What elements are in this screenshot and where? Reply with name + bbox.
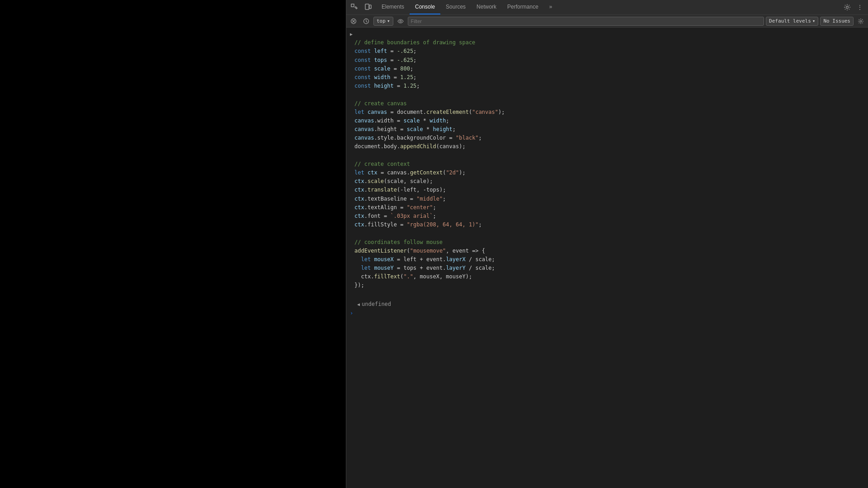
devtools-toolbar-right: ⋮ bbox=[842, 1, 868, 14]
tab-more[interactable]: » bbox=[544, 0, 558, 14]
console-prompt[interactable]: › bbox=[346, 309, 868, 317]
context-dropdown-icon: ▾ bbox=[387, 18, 390, 24]
device-toolbar-button[interactable] bbox=[362, 1, 374, 14]
console-code-block: // define boundaries of drawing space co… bbox=[346, 29, 868, 299]
inspect-element-button[interactable] bbox=[348, 1, 361, 14]
devtools-more-button[interactable]: ⋮ bbox=[854, 1, 866, 14]
eye-button[interactable] bbox=[395, 16, 406, 27]
expand-arrow[interactable] bbox=[350, 30, 353, 38]
devtools-control-icons bbox=[346, 1, 376, 14]
context-value: top bbox=[377, 18, 386, 24]
canvas-area bbox=[0, 0, 346, 488]
devtools-settings-button[interactable] bbox=[842, 2, 853, 13]
clear-console-button[interactable] bbox=[348, 16, 359, 27]
svg-point-7 bbox=[860, 20, 862, 22]
no-issues-label: No Issues bbox=[823, 18, 850, 24]
console-filter-input[interactable] bbox=[408, 17, 764, 26]
context-selector[interactable]: top ▾ bbox=[373, 17, 393, 26]
preserve-log-button[interactable] bbox=[361, 16, 372, 27]
svg-point-3 bbox=[846, 6, 849, 9]
svg-rect-1 bbox=[365, 4, 369, 9]
tab-sources[interactable]: Sources bbox=[440, 0, 471, 14]
tab-elements[interactable]: Elements bbox=[376, 0, 410, 14]
console-settings-button[interactable] bbox=[855, 16, 866, 27]
devtools-panel: Elements Console Sources Network Perform… bbox=[346, 0, 868, 488]
console-toolbar: top ▾ Default levels ▾ No Issues bbox=[346, 15, 868, 28]
tab-performance[interactable]: Performance bbox=[502, 0, 544, 14]
tab-console[interactable]: Console bbox=[410, 0, 440, 14]
svg-rect-2 bbox=[369, 5, 371, 9]
code-content: // define boundaries of drawing space co… bbox=[354, 30, 864, 299]
no-issues-button[interactable]: No Issues bbox=[820, 17, 854, 26]
log-levels-arrow: ▾ bbox=[812, 18, 816, 24]
svg-rect-0 bbox=[351, 4, 354, 7]
console-result: ◀ undefined bbox=[346, 299, 868, 309]
tab-network[interactable]: Network bbox=[471, 0, 502, 14]
prompt-arrow-icon: › bbox=[350, 310, 353, 316]
svg-point-6 bbox=[400, 20, 401, 22]
log-levels-label: Default levels bbox=[769, 18, 811, 24]
result-value: undefined bbox=[362, 300, 391, 308]
console-output: // define boundaries of drawing space co… bbox=[346, 28, 868, 488]
log-levels-button[interactable]: Default levels ▾ bbox=[766, 17, 818, 26]
devtools-tab-bar: Elements Console Sources Network Perform… bbox=[346, 0, 868, 15]
devtools-tabs: Elements Console Sources Network Perform… bbox=[376, 0, 842, 14]
